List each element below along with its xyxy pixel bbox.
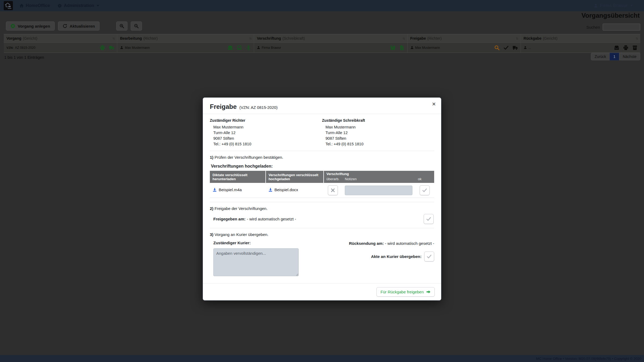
vorgang-table: Vorgang(Gericht) ↑↓ Bearbeitung(Richter)… bbox=[4, 34, 640, 53]
column-header-vorgang[interactable]: Vorgang(Gericht) ↑↓ bbox=[4, 34, 117, 42]
kurier-label: Zuständiger Kurier: bbox=[213, 241, 330, 245]
inbox-icon[interactable] bbox=[614, 45, 619, 50]
table-header-row: Vorgang(Gericht) ↑↓ Bearbeitung(Richter)… bbox=[4, 34, 640, 43]
sort-icon[interactable]: ↑↓ bbox=[402, 36, 405, 40]
sub-notizen-header: Notizen bbox=[342, 177, 415, 183]
upload-heading: Verschriftungen hochgeladen: bbox=[211, 164, 434, 169]
schreibkraft-phone: Tel.: +49 (0) 815 1810 bbox=[325, 141, 434, 147]
search-label: Suchen bbox=[586, 25, 600, 29]
close-icon[interactable]: × bbox=[432, 101, 436, 107]
user-icon bbox=[524, 46, 527, 49]
submit-rueckgabe-button[interactable]: Für Rückgabe freigeben bbox=[376, 287, 435, 297]
printer-icon[interactable] bbox=[100, 45, 105, 50]
sub-ueberarb-header: überarb. bbox=[324, 177, 342, 183]
entries-info: 1 bis 1 von 1 Einträgen bbox=[4, 55, 44, 60]
akte-row: Akte an Kurier übergeben: bbox=[330, 252, 434, 261]
richter-heading: Zuständiger Richter bbox=[210, 118, 322, 123]
user-icon bbox=[594, 3, 598, 8]
download-icon bbox=[268, 188, 273, 192]
freigegeben-label: Freigegeben am: bbox=[213, 217, 246, 221]
richter-street: Turm-Alle 12 bbox=[213, 130, 322, 135]
column-header-freigabe[interactable]: Freigabe(Richter) ↑↓ bbox=[407, 34, 521, 42]
freigegeben-value: - wird automatisch gesetzt - bbox=[247, 217, 296, 221]
inbox-icon[interactable] bbox=[228, 45, 233, 50]
col-diktate-header: Diktate verschlüsselt herunterladen bbox=[210, 171, 266, 183]
zoom-out-button[interactable] bbox=[131, 21, 142, 31]
schreibkraft-contact: Zuständige Schreibkraft Max Mustermann T… bbox=[322, 118, 434, 147]
printer-icon[interactable] bbox=[623, 45, 628, 50]
modal-title: Freigabe bbox=[210, 103, 237, 110]
arrow-right-icon bbox=[426, 290, 431, 294]
check-icon bbox=[427, 254, 432, 259]
pagination-page-1[interactable]: 1 bbox=[610, 53, 619, 60]
kurier-textarea[interactable] bbox=[213, 248, 299, 276]
contacts-section: Zuständiger Richter Max Mustermann Turm-… bbox=[210, 118, 434, 147]
sort-icon[interactable]: ↑↓ bbox=[516, 36, 518, 40]
search-input[interactable] bbox=[603, 24, 640, 31]
column-header-bearbeitung[interactable]: Bearbeitung(Richter) ↑↓ bbox=[117, 34, 254, 42]
app-logo[interactable] bbox=[4, 1, 13, 10]
refresh-icon bbox=[63, 24, 67, 28]
refresh-button[interactable]: Aktualisieren bbox=[58, 21, 100, 31]
save-icon[interactable] bbox=[390, 45, 396, 50]
truck-icon[interactable] bbox=[109, 45, 114, 50]
sort-icon[interactable]: ↑↓ bbox=[635, 36, 638, 40]
zoom-in-button[interactable] bbox=[116, 21, 127, 31]
user-icon bbox=[410, 46, 414, 49]
truck-icon[interactable] bbox=[513, 45, 518, 50]
richter-city: 9087 Stiften bbox=[213, 135, 322, 141]
download-audio-link[interactable]: Beispiel.m4a bbox=[213, 187, 242, 192]
column-header-rueckgabe[interactable]: Rückgabe(Gericht) ↑↓ bbox=[521, 34, 640, 42]
pagination: Zurück 1 Nächste bbox=[591, 53, 640, 60]
check-icon[interactable] bbox=[503, 45, 509, 50]
notizen-input[interactable] bbox=[345, 186, 412, 195]
modal-header: Freigabe (VZN: AZ 0815-2020) × bbox=[203, 98, 441, 114]
ruecksendung-value: - wird automatisch gesetzt - bbox=[385, 241, 434, 246]
laptop-icon[interactable] bbox=[237, 45, 242, 50]
freigabe-modal: Freigabe (VZN: AZ 0815-2020) × Zuständig… bbox=[203, 97, 441, 301]
check-icon bbox=[422, 188, 427, 193]
user-icon bbox=[120, 46, 123, 49]
file-row: Beispiel.m4a Beispiel.docx bbox=[210, 183, 434, 198]
step1-text: 1) Prüfen der Verschriftungen bestätigen… bbox=[210, 155, 434, 160]
archive-icon[interactable] bbox=[632, 45, 638, 50]
home-office-logo-icon bbox=[5, 2, 12, 9]
user-menu[interactable]: Firma Brawur bbox=[594, 3, 633, 8]
verschriftungen-table: Diktate verschlüsselt herunterladen Vers… bbox=[210, 171, 434, 198]
caret-down-icon bbox=[630, 5, 633, 6]
plus-circle-icon bbox=[10, 24, 15, 28]
microphone-icon[interactable] bbox=[246, 45, 251, 50]
schreibkraft-street: Turm-Alle 12 bbox=[325, 130, 434, 135]
modal-footer: Für Rückgabe freigeben bbox=[203, 283, 441, 300]
download-doc-link[interactable]: Beispiel.docx bbox=[268, 187, 298, 192]
cell-verschriftung: Firma Brawur bbox=[254, 43, 407, 53]
zoom-in-icon bbox=[119, 24, 124, 28]
zoom-out-icon bbox=[134, 24, 139, 28]
freigabe-check-button[interactable] bbox=[424, 214, 434, 224]
file-icon[interactable] bbox=[399, 45, 405, 50]
akte-check-button[interactable] bbox=[424, 252, 434, 261]
column-header-verschriftung[interactable]: Verschriftung(Schreibkraft) ↑↓ bbox=[254, 34, 407, 42]
nav-home-office[interactable]: HomeOffice bbox=[19, 3, 50, 8]
sort-icon[interactable]: ↑↓ bbox=[112, 36, 114, 40]
pagination-prev-button[interactable]: Zurück bbox=[591, 53, 610, 60]
modal-body: Zuständiger Richter Max Mustermann Turm-… bbox=[203, 114, 441, 277]
richter-contact: Zuständiger Richter Max Mustermann Turm-… bbox=[210, 118, 322, 147]
ruecksendung-row: Rücksendung am: - wird automatisch geset… bbox=[330, 241, 434, 246]
version-info: MC Home Office • Version: M20.07.09(66fe… bbox=[536, 357, 641, 361]
cell-vorgang: VZN:AZ 0815-2020 bbox=[4, 43, 117, 53]
nav-administration[interactable]: Administration bbox=[57, 3, 99, 8]
x-icon bbox=[330, 188, 335, 193]
ueberarbeiten-button[interactable] bbox=[328, 185, 338, 195]
gear-icon bbox=[57, 3, 62, 8]
caret-down-icon bbox=[97, 5, 99, 6]
user-name: Firma Brawur bbox=[600, 3, 628, 8]
search-icon[interactable] bbox=[494, 45, 500, 50]
brand-label: HomeOffice bbox=[26, 3, 50, 8]
user-icon bbox=[257, 46, 260, 49]
create-vorgang-button[interactable]: Vorgang anlegen bbox=[6, 21, 55, 31]
sort-icon[interactable]: ↑↓ bbox=[249, 36, 251, 40]
ok-check-button[interactable] bbox=[420, 185, 430, 195]
col-verschriftung-header: Verschriftung bbox=[324, 171, 434, 177]
pagination-next-button[interactable]: Nächste bbox=[619, 53, 640, 60]
